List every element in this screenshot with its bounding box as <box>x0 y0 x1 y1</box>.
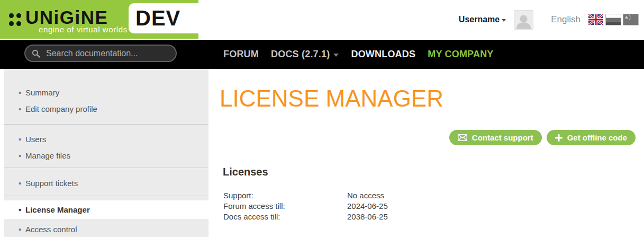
sidebar-item-support-tickets[interactable]: Support tickets <box>4 175 208 191</box>
header: UNiGiNE engine of virtual worlds DEV Use… <box>0 0 644 40</box>
sidebar-group: Users Manage files <box>4 125 208 168</box>
sidebar-item-manage-files[interactable]: Manage files <box>4 147 208 164</box>
unigine-logo[interactable]: UNiGiNE engine of virtual worlds DEV <box>0 0 198 39</box>
user-area: Username English <box>459 9 638 30</box>
license-row: Support: No access <box>223 190 388 201</box>
menu-item-docs[interactable]: DOCS (2.7.1) <box>271 49 339 60</box>
license-value: No access <box>347 190 384 201</box>
main-menu: FORUM DOCS (2.7.1) DOWNLOADS MY COMPANY <box>223 40 494 69</box>
language-flags <box>588 14 638 25</box>
page-title: LICENSE MANAGER <box>220 85 443 112</box>
search-input[interactable] <box>45 48 169 59</box>
sidebar-item-license-manager[interactable]: License Manager <box>4 200 208 219</box>
get-offline-code-button[interactable]: Get offline code <box>547 130 636 145</box>
language-label: English <box>551 14 580 25</box>
sidebar-group: License Manager Access control <box>4 196 208 237</box>
chevron-down-icon <box>333 54 339 57</box>
menu-item-downloads[interactable]: DOWNLOADS <box>351 49 415 60</box>
sidebar-item-edit-company-profile[interactable]: Edit company profile <box>4 101 208 117</box>
flag-russia-icon[interactable] <box>606 14 621 25</box>
license-value: 2024-06-25 <box>347 201 388 212</box>
avatar[interactable] <box>514 10 533 30</box>
person-icon <box>514 13 533 29</box>
search-icon <box>32 49 40 58</box>
menu-item-forum[interactable]: FORUM <box>223 49 259 60</box>
dev-badge: DEV <box>129 3 207 33</box>
licenses-heading: Licenses <box>223 166 268 178</box>
sidebar-item-users[interactable]: Users <box>4 131 208 147</box>
license-label: Docs access till: <box>223 212 347 222</box>
button-label: Contact support <box>472 133 533 142</box>
chevron-down-icon <box>502 19 506 22</box>
search-box[interactable] <box>24 45 177 62</box>
license-table: Support: No access Forum access till: 20… <box>223 190 388 222</box>
username-label: Username <box>459 15 500 24</box>
menu-item-label: DOWNLOADS <box>351 49 415 60</box>
navbar: FORUM DOCS (2.7.1) DOWNLOADS MY COMPANY <box>0 40 644 69</box>
logo-dots-icon <box>9 13 21 26</box>
license-value: 2038-06-25 <box>347 212 388 222</box>
menu-item-label: FORUM <box>223 49 259 60</box>
username-menu[interactable]: Username <box>459 15 506 24</box>
button-label: Get offline code <box>567 133 627 142</box>
flag-uk-icon[interactable] <box>588 14 603 25</box>
envelope-icon <box>458 134 467 141</box>
sidebar: Summary Edit company profile Users Manag… <box>4 69 208 237</box>
menu-item-label: MY COMPANY <box>428 49 493 60</box>
menu-item-label: DOCS (2.7.1) <box>271 49 330 60</box>
license-row: Docs access till: 2038-06-25 <box>223 212 388 222</box>
contact-support-button[interactable]: Contact support <box>449 130 542 145</box>
flag-china-icon[interactable] <box>623 14 638 25</box>
sidebar-item-summary[interactable]: Summary <box>4 84 208 101</box>
dev-badge-label: DEV <box>135 6 180 30</box>
license-label: Support: <box>223 190 347 201</box>
license-row: Forum access till: 2024-06-25 <box>223 201 388 212</box>
plus-icon <box>555 134 563 142</box>
license-label: Forum access till: <box>223 201 347 212</box>
sidebar-group: Support tickets <box>4 168 208 196</box>
menu-item-my-company[interactable]: MY COMPANY <box>428 49 493 60</box>
action-buttons: Contact support Get offline code <box>449 130 636 145</box>
sidebar-item-access-control[interactable]: Access control <box>4 219 208 237</box>
brand-tagline: engine of virtual worlds <box>39 25 128 34</box>
sidebar-group: Summary Edit company profile <box>4 69 208 124</box>
